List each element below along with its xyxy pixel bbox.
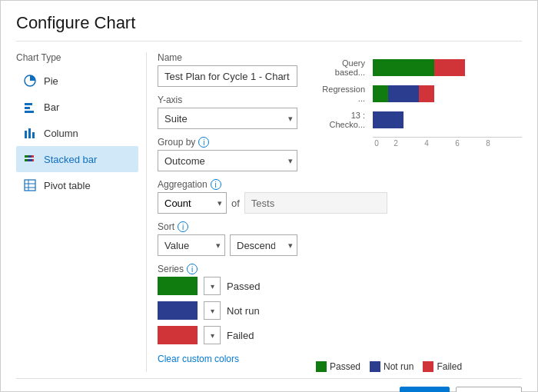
bars-group: [373, 59, 465, 76]
svg-rect-9: [32, 155, 34, 158]
legend-label: Passed: [330, 361, 360, 372]
chart-legend: PassedNot runFailed: [316, 361, 522, 372]
series-swatch-failed[interactable]: [158, 326, 198, 344]
svg-rect-13: [25, 180, 35, 191]
groupby-info-icon[interactable]: i: [198, 137, 209, 148]
bar-segment: [434, 59, 465, 76]
groupby-select[interactable]: OutcomePrioritySuite: [158, 150, 297, 171]
groupby-select-wrapper: OutcomePrioritySuite ▾: [158, 150, 297, 171]
legend-color: [423, 361, 433, 372]
stacked-bar-icon: [22, 151, 38, 167]
configure-chart-dialog: Configure Chart Chart Type PieBarColumnS…: [0, 0, 538, 392]
chart-type-label-pivot-table: Pivot table: [44, 180, 91, 191]
column-icon: [22, 125, 38, 141]
groupby-field-group: Group by i OutcomePrioritySuite ▾: [158, 137, 297, 171]
sort-order-select-wrapper: DescendingAscending ▾: [230, 234, 297, 256]
series-info-icon[interactable]: i: [187, 264, 198, 274]
sort-by-select-wrapper: ValueLabel ▾: [158, 234, 225, 256]
yaxis-select-wrapper: SuiteOutcomePriority ▾: [158, 108, 297, 129]
svg-rect-11: [28, 159, 32, 161]
cancel-button[interactable]: Cancel: [456, 387, 522, 392]
bar-segment: [373, 85, 388, 102]
chart-type-item-stacked-bar[interactable]: Stacked bar: [16, 146, 138, 172]
series-dropdown-not-run[interactable]: ▾: [204, 301, 221, 320]
svg-rect-6: [32, 132, 35, 138]
series-dropdown-failed[interactable]: ▾: [204, 326, 221, 344]
name-input[interactable]: [158, 65, 297, 87]
series-dropdown-passed[interactable]: ▾: [204, 277, 221, 295]
chart-type-label-pie: Pie: [44, 75, 58, 87]
axis-tick: 6: [442, 139, 473, 148]
bar-icon: [22, 99, 38, 115]
pie-icon: [22, 73, 38, 88]
yaxis-select[interactable]: SuiteOutcomePriority: [158, 108, 297, 129]
chart-preview-panel: Query based...Regression ...13 : Checko.…: [308, 52, 522, 372]
chart-axis: 02468: [373, 137, 522, 148]
chart-type-label-stacked-bar: Stacked bar: [44, 154, 97, 165]
bar-row-label: 13 : Checko...: [316, 111, 370, 129]
svg-rect-12: [32, 159, 34, 161]
series-swatch-passed[interactable]: [158, 277, 198, 295]
sort-info-icon[interactable]: i: [178, 221, 188, 232]
legend-item-passed: Passed: [316, 361, 360, 372]
chart-type-panel: Chart Type PieBarColumnStacked barPivot …: [16, 52, 147, 372]
sort-row: ValueLabel ▾ DescendingAscending ▾: [158, 234, 297, 256]
series-field-group: Series i ▾ Passed ▾ Not run ▾ Failed Cle…: [158, 264, 297, 364]
axis-tick: 4: [411, 139, 442, 148]
aggregation-select[interactable]: CountSum: [158, 192, 227, 214]
series-item-passed: ▾ Passed: [158, 277, 297, 295]
bar-row: Regression ...: [316, 85, 522, 103]
pivot-icon: [22, 178, 38, 193]
chart-area: Query based...Regression ...13 : Checko.…: [316, 52, 522, 355]
bar-row: Query based...: [316, 58, 522, 77]
sort-order-select[interactable]: DescendingAscending: [230, 234, 297, 256]
series-label-not-run: Not run: [227, 305, 260, 317]
aggregation-row: CountSum ▾ of: [158, 192, 297, 214]
series-label-failed: Failed: [227, 330, 254, 341]
chart-type-label-column: Column: [44, 128, 78, 139]
chart-type-label: Chart Type: [16, 52, 138, 63]
aggregation-field-group: Aggregation i CountSum ▾ of: [158, 179, 297, 214]
series-item-not-run: ▾ Not run: [158, 301, 297, 320]
name-label: Name: [158, 52, 297, 63]
clear-colors-link[interactable]: Clear custom colors: [158, 354, 239, 364]
bar-segment: [373, 111, 404, 128]
svg-rect-1: [25, 103, 32, 105]
bar-row-label: Regression ...: [316, 85, 370, 103]
chart-type-item-pivot-table[interactable]: Pivot table: [16, 172, 138, 198]
series-swatch-not-run[interactable]: [158, 301, 198, 320]
chart-type-item-bar[interactable]: Bar: [16, 94, 138, 120]
ok-button[interactable]: OK: [400, 387, 450, 392]
chart-type-item-column[interactable]: Column: [16, 120, 138, 146]
name-field-group: Name: [158, 52, 297, 87]
legend-label: Failed: [437, 361, 462, 372]
legend-label: Not run: [384, 361, 413, 372]
svg-rect-8: [28, 155, 32, 158]
chart-type-list: PieBarColumnStacked barPivot table: [16, 68, 138, 198]
legend-item-failed: Failed: [423, 361, 462, 372]
svg-rect-7: [25, 155, 28, 158]
agg-select-wrapper: CountSum ▾: [158, 192, 227, 214]
bar-segment: [373, 59, 434, 76]
svg-rect-5: [28, 128, 31, 138]
chart-type-item-pie[interactable]: Pie: [16, 68, 138, 94]
legend-color: [316, 361, 327, 372]
aggregation-info-icon[interactable]: i: [211, 179, 221, 190]
bars-group: [373, 111, 404, 128]
svg-rect-4: [25, 131, 27, 138]
aggregation-label: Aggregation i: [158, 179, 297, 190]
sort-by-select[interactable]: ValueLabel: [158, 234, 225, 256]
bar-row-label: Query based...: [316, 58, 370, 77]
dialog-body: Chart Type PieBarColumnStacked barPivot …: [16, 52, 522, 372]
sort-field-group: Sort i ValueLabel ▾ DescendingAscending …: [158, 221, 297, 256]
svg-rect-3: [25, 111, 34, 113]
series-item-failed: ▾ Failed: [158, 326, 297, 344]
legend-color: [370, 361, 380, 372]
axis-tick: 2: [380, 139, 411, 148]
bar-segment: [388, 85, 419, 102]
of-label: of: [231, 198, 240, 209]
series-list: ▾ Passed ▾ Not run ▾ Failed: [158, 277, 297, 344]
series-label-passed: Passed: [227, 281, 260, 292]
axis-tick: 0: [373, 139, 380, 148]
bars-group: [373, 85, 434, 102]
